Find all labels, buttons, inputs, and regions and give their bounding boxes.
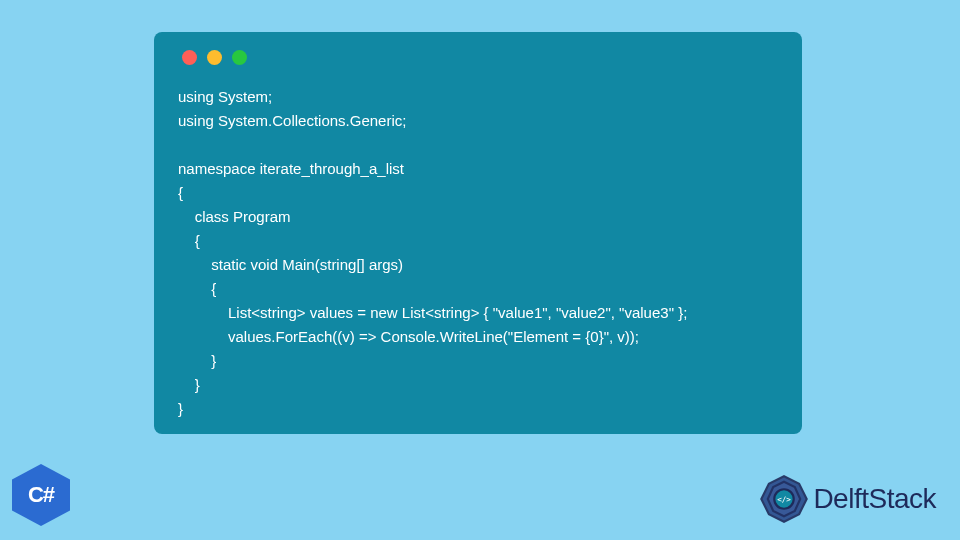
minimize-icon — [207, 50, 222, 65]
code-line: namespace iterate_through_a_list — [178, 160, 404, 177]
code-line: List<string> values = new List<string> {… — [178, 304, 687, 321]
code-line: values.ForEach((v) => Console.WriteLine(… — [178, 328, 639, 345]
delftstack-logo: </> DelftStack — [757, 472, 936, 526]
code-line: { — [178, 232, 200, 249]
csharp-badge: C# — [12, 464, 70, 526]
svg-text:</>: </> — [778, 495, 792, 504]
code-line: using System.Collections.Generic; — [178, 112, 406, 129]
traffic-lights — [182, 50, 778, 65]
hexagon-icon: C# — [12, 464, 70, 526]
code-window: using System; using System.Collections.G… — [154, 32, 802, 434]
code-block: using System; using System.Collections.G… — [178, 85, 778, 421]
code-line: { — [178, 280, 216, 297]
code-line: static void Main(string[] args) — [178, 256, 403, 273]
close-icon — [182, 50, 197, 65]
maximize-icon — [232, 50, 247, 65]
delftstack-icon: </> — [757, 472, 811, 526]
delftstack-label: DelftStack — [813, 483, 936, 515]
code-line: class Program — [178, 208, 291, 225]
csharp-label: C# — [28, 482, 54, 508]
code-line: } — [178, 400, 183, 417]
code-line: { — [178, 184, 183, 201]
code-line: using System; — [178, 88, 272, 105]
code-line: } — [178, 352, 216, 369]
code-line: } — [178, 376, 200, 393]
